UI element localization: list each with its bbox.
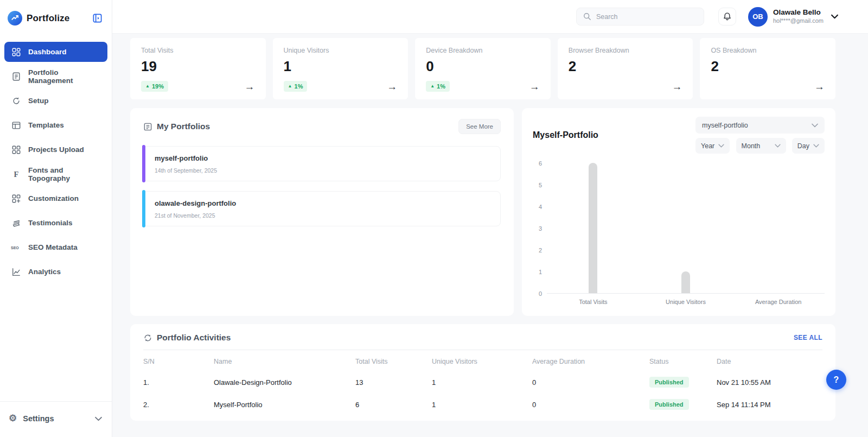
middle-row: My Portfolios See More myself-portfolio … (130, 108, 835, 316)
table-cell-total_visits: 6 (355, 388, 432, 410)
sidebar-item-seo-metadata[interactable]: SEO SEO Metadata (4, 237, 107, 257)
table-cell-status: Published (649, 365, 717, 388)
sidebar-item-customization[interactable]: Customization (4, 188, 107, 208)
column-header: Average Duration (532, 350, 649, 365)
table-cell-status: Published (649, 388, 717, 410)
portfolio-select-value: myself-portfolio (702, 122, 748, 129)
sidebar-item-label: Dashboard (28, 48, 67, 56)
search-box[interactable] (576, 8, 704, 26)
analytics-chart-icon (11, 267, 21, 277)
stat-value: 19 (141, 58, 255, 75)
trend-badge: ▲1% (284, 81, 308, 92)
avatar[interactable]: OB (748, 7, 768, 27)
main-area: OB Olawale Bello hol****@gmail.com Total… (112, 0, 868, 437)
svg-text:F: F (14, 169, 18, 178)
stat-footer: ▲1% → (426, 81, 540, 92)
arrow-right-icon[interactable]: → (529, 81, 540, 92)
sidebar-item-settings[interactable]: ⚙ Settings (0, 401, 112, 437)
filter-label: Year (701, 142, 714, 150)
portfolio-select[interactable]: myself-portfolio (695, 117, 825, 134)
chart-column (547, 163, 640, 293)
table-cell-name: Myself-Portfolio (214, 388, 355, 410)
stat-footer: ▲ → (711, 81, 825, 92)
sidebar-item-fonts-and-topography[interactable]: F Fonts and Topography (4, 164, 107, 184)
stat-label: Browser Breakdown (569, 47, 682, 54)
sidebar: Portfolize Dashboard Portfolio Managemen… (0, 0, 112, 437)
portfolio-name: olawale-design-portfolio (155, 199, 490, 207)
table-cell-unique_visitors: 1 (432, 365, 532, 388)
chart-column (640, 163, 732, 293)
sidebar-item-label: Portfolio Management (28, 68, 101, 85)
sidebar-item-setup[interactable]: Setup (4, 91, 107, 111)
trend-badge: ▲1% (426, 81, 450, 92)
user-name: Olawale Bello (773, 8, 824, 17)
refresh-icon (143, 333, 152, 343)
dashboard-grid-icon (11, 47, 21, 57)
chart-title: Myself-Portfolio (533, 130, 598, 140)
stat-card-os-breakdown: OS Breakdown 2 ▲ → (700, 38, 835, 99)
search-icon (583, 12, 591, 21)
table-cell-avg_duration: 0 (532, 365, 649, 388)
stat-value: 2 (711, 58, 825, 75)
bar-chart: 0123456 (533, 163, 825, 294)
y-tick: 2 (539, 247, 542, 254)
stat-label: Unique Visitors (284, 47, 398, 54)
user-email: hol****@gmail.com (773, 17, 824, 25)
chevron-down-icon (775, 144, 781, 148)
logo-row: Portfolize (0, 0, 112, 26)
status-badge: Published (649, 399, 689, 410)
sidebar-item-label: Projects Upload (28, 145, 84, 154)
sidebar-collapse-icon[interactable] (91, 12, 103, 24)
portfolio-date: 21st of November, 2025 (155, 212, 490, 219)
arrow-right-icon[interactable]: → (814, 81, 825, 92)
font-letter-icon: F (11, 169, 21, 179)
see-all-link[interactable]: SEE ALL (794, 334, 822, 341)
activities-table: S/NNameTotal VisitsUnique VisitorsAverag… (143, 350, 822, 410)
search-input[interactable] (596, 13, 697, 21)
chevron-down-icon (813, 144, 819, 148)
portfolio-list-item[interactable]: myself-portfolio 14th of September, 2025 (143, 146, 501, 181)
see-more-button[interactable]: See More (458, 119, 501, 134)
x-tick-label: Average Duration (732, 299, 825, 305)
portfolize-logo-icon (8, 11, 22, 26)
help-button[interactable]: ? (826, 370, 846, 390)
chart-filter-year[interactable]: Year (695, 138, 730, 154)
user-meta: Olawale Bello hol****@gmail.com (773, 8, 824, 25)
column-header: S/N (143, 350, 214, 365)
sidebar-item-portfolio-management[interactable]: Portfolio Management (4, 66, 107, 86)
sidebar-item-projects-upload[interactable]: Projects Upload (4, 140, 107, 160)
sidebar-nav: Dashboard Portfolio Management Setup Tem… (0, 42, 112, 286)
activities-header: Portfolio Activities SEE ALL (143, 333, 822, 343)
filter-label: Day (797, 142, 809, 150)
sidebar-item-label: Templates (28, 121, 64, 129)
chart-filter-day[interactable]: Day (792, 138, 825, 154)
chart-y-axis: 0123456 (533, 163, 547, 294)
chart-x-labels: Total VisitsUnique VisitorsAverage Durat… (547, 299, 825, 305)
notifications-button[interactable] (718, 8, 736, 26)
sidebar-item-analytics[interactable]: Analytics (4, 262, 107, 282)
trend-up-icon: ▲ (288, 84, 292, 88)
y-tick: 1 (539, 269, 542, 275)
chart-filter-month[interactable]: Month (736, 138, 786, 154)
y-tick: 5 (539, 182, 542, 188)
stat-footer: ▲ → (569, 81, 682, 92)
arrow-right-icon[interactable]: → (387, 81, 397, 92)
stat-value: 1 (284, 58, 398, 75)
column-header: Date (717, 350, 822, 365)
x-tick-label: Total Visits (547, 299, 640, 305)
sidebar-item-templates[interactable]: Templates (4, 115, 107, 135)
chart-column (732, 163, 825, 293)
arrow-right-icon[interactable]: → (245, 81, 255, 92)
content: Total Visits 19 ▲19% → Unique Visitors 1… (112, 34, 868, 437)
testimonials-icon (11, 218, 21, 228)
arrow-right-icon[interactable]: → (672, 81, 682, 92)
portfolio-list: myself-portfolio 14th of September, 2025… (143, 146, 501, 226)
y-tick: 3 (539, 225, 542, 232)
portfolio-date: 14th of September, 2025 (155, 167, 490, 174)
x-tick-label: Unique Visitors (640, 299, 732, 305)
user-menu-chevron-icon[interactable] (831, 14, 838, 19)
sidebar-item-testimonials[interactable]: Testimonials (4, 213, 107, 233)
sidebar-item-label: Testimonials (28, 219, 73, 227)
sidebar-item-dashboard[interactable]: Dashboard (4, 42, 107, 62)
portfolio-list-item[interactable]: olawale-design-portfolio 21st of Novembe… (143, 191, 501, 226)
